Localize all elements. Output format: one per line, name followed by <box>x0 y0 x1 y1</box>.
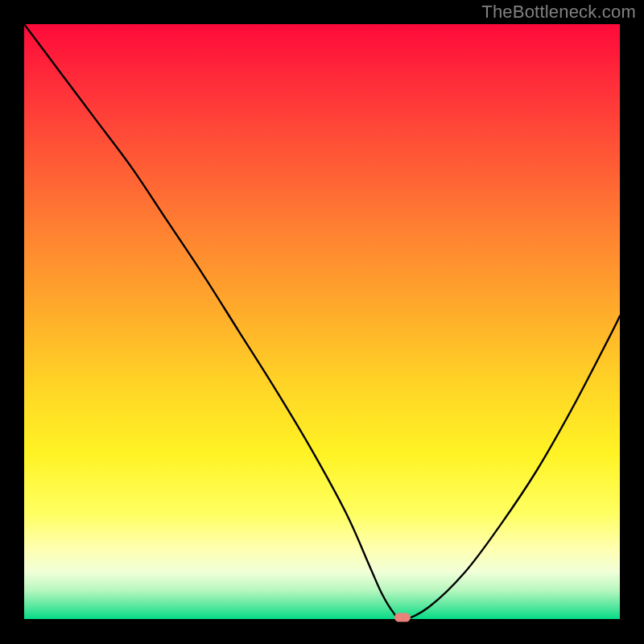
plot-area <box>24 24 620 620</box>
optimal-marker <box>394 613 411 622</box>
watermark: TheBottleneck.com <box>481 2 636 23</box>
chart-frame: TheBottleneck.com <box>0 0 644 644</box>
bottleneck-curve <box>24 24 620 620</box>
